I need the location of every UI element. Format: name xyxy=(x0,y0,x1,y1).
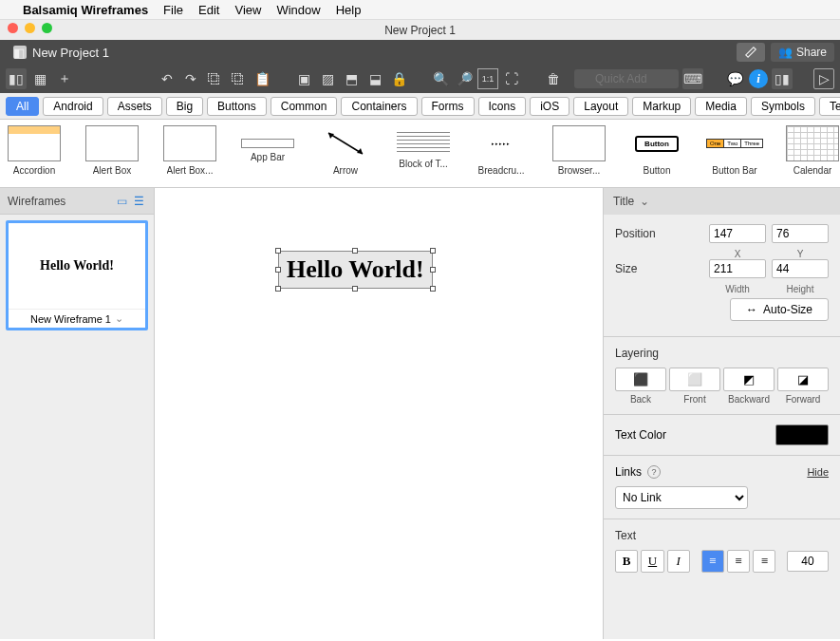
navigator-toggle-icon[interactable]: ▮▯ xyxy=(6,68,27,89)
undo-icon[interactable]: ↶ xyxy=(157,68,177,89)
category-android[interactable]: Android xyxy=(43,97,103,116)
lib-button-bar[interactable]: OneTwoThreeButton Bar xyxy=(708,125,761,181)
project-tab[interactable]: ◧ New Project 1 xyxy=(0,40,122,65)
canvas[interactable]: Hello World! xyxy=(155,188,603,639)
window-titlebar: New Project 1 xyxy=(0,19,840,40)
resize-handle-se[interactable] xyxy=(430,286,436,292)
underline-button[interactable]: U xyxy=(641,550,663,573)
close-window-icon[interactable] xyxy=(8,23,18,33)
position-x-input[interactable] xyxy=(709,224,766,243)
category-assets[interactable]: Assets xyxy=(107,97,162,116)
layer-front-button[interactable]: ⬜ xyxy=(669,368,720,391)
category-common[interactable]: Common xyxy=(271,97,338,116)
resize-handle-n[interactable] xyxy=(352,248,358,254)
align-center-button[interactable]: ≡ xyxy=(727,550,750,573)
layer-forward-button[interactable]: ◪ xyxy=(777,368,829,391)
bring-front-icon[interactable]: ⬒ xyxy=(341,68,362,89)
layer-back-button[interactable]: ⬛ xyxy=(615,368,666,391)
resize-handle-s[interactable] xyxy=(352,286,358,292)
lib-accordion[interactable]: Accordion xyxy=(8,125,61,181)
category-buttons[interactable]: Buttons xyxy=(207,97,267,116)
height-input[interactable] xyxy=(772,259,829,278)
category-layout[interactable]: Layout xyxy=(573,97,628,116)
menu-window[interactable]: Window xyxy=(276,3,320,17)
zoom-fit-icon[interactable]: ⛶ xyxy=(501,68,522,89)
appname[interactable]: Balsamiq Wireframes xyxy=(23,3,148,17)
lib-alert-box-2[interactable]: Alert Box... xyxy=(163,125,216,181)
textcolor-swatch[interactable] xyxy=(775,424,829,445)
layer-backward-button[interactable]: ◩ xyxy=(723,368,775,391)
zoom-in-icon[interactable]: 🔎 xyxy=(454,68,475,89)
width-input[interactable] xyxy=(709,259,766,278)
lib-button[interactable]: ButtonButton xyxy=(630,125,683,181)
lib-app-bar[interactable]: App Bar xyxy=(241,125,294,181)
category-markup[interactable]: Markup xyxy=(632,97,691,116)
group-icon[interactable]: ▣ xyxy=(293,68,314,89)
copy-icon[interactable]: ⿻ xyxy=(228,68,249,89)
ungroup-icon[interactable]: ▨ xyxy=(317,68,338,89)
navigator-list-icon[interactable]: ☰ xyxy=(131,194,146,209)
duplicate-icon[interactable]: ⿻ xyxy=(204,68,225,89)
resize-handle-e[interactable] xyxy=(430,267,436,273)
lib-arrow[interactable]: Arrow xyxy=(319,125,372,181)
zoom-window-icon[interactable] xyxy=(42,23,52,33)
menu-file[interactable]: File xyxy=(163,3,183,17)
menu-view[interactable]: View xyxy=(234,3,261,17)
resize-handle-nw[interactable] xyxy=(275,248,281,254)
edit-dropdown-button[interactable] xyxy=(737,43,765,62)
category-big[interactable]: Big xyxy=(166,97,203,116)
traffic-lights xyxy=(8,23,52,33)
link-select[interactable]: No Link xyxy=(615,486,748,509)
zoom-actual-icon[interactable]: 1:1 xyxy=(477,68,498,89)
menu-edit[interactable]: Edit xyxy=(198,3,219,17)
category-media[interactable]: Media xyxy=(695,97,747,116)
category-ios[interactable]: iOS xyxy=(530,97,569,116)
quick-add-input[interactable] xyxy=(574,69,679,88)
trash-icon[interactable]: 🗑 xyxy=(543,68,564,89)
category-icons[interactable]: Icons xyxy=(478,97,527,116)
minimize-window-icon[interactable] xyxy=(25,23,35,33)
italic-button[interactable]: I xyxy=(667,550,690,573)
keyboard-icon[interactable]: ⌨ xyxy=(682,68,703,89)
category-containers[interactable]: Containers xyxy=(341,97,417,116)
help-icon[interactable]: ? xyxy=(647,465,661,479)
category-forms[interactable]: Forms xyxy=(421,97,475,116)
present-icon[interactable]: ▷ xyxy=(813,68,834,89)
navigator-grid-icon[interactable]: ▭ xyxy=(114,194,129,209)
info-icon[interactable]: i xyxy=(749,69,768,88)
resize-handle-sw[interactable] xyxy=(275,286,281,292)
lib-calendar[interactable]: Calendar xyxy=(786,125,839,181)
lib-block-text[interactable]: Block of T... xyxy=(397,125,450,181)
add-wireframe-icon[interactable]: ＋ xyxy=(54,68,75,89)
chevron-down-icon[interactable]: ⌄ xyxy=(640,195,649,208)
share-button[interactable]: 👥Share xyxy=(771,43,834,62)
align-right-button[interactable]: ≡ xyxy=(753,550,775,573)
chevron-down-icon[interactable]: ⌄ xyxy=(115,312,123,325)
category-symbols[interactable]: Symbols xyxy=(751,97,815,116)
fontsize-input[interactable] xyxy=(787,551,829,572)
align-left-button[interactable]: ≡ xyxy=(701,550,724,573)
wireframe-thumbnail[interactable]: Hello World! New Wireframe 1 ⌄ xyxy=(6,220,148,330)
inspector-toggle-icon[interactable]: ▯▮ xyxy=(772,68,793,89)
zoom-out-icon[interactable]: 🔍 xyxy=(430,68,451,89)
quick-add-search[interactable] xyxy=(574,69,679,88)
paste-icon[interactable]: 📋 xyxy=(252,68,272,89)
autosize-button[interactable]: ↔Auto-Size xyxy=(730,298,829,321)
category-text[interactable]: Text xyxy=(819,97,840,116)
resize-handle-w[interactable] xyxy=(275,267,281,273)
title-control-selected[interactable]: Hello World! xyxy=(278,251,433,289)
lib-browser[interactable]: Browser... xyxy=(552,125,606,181)
comments-icon[interactable]: 💬 xyxy=(724,68,745,89)
resize-handle-ne[interactable] xyxy=(430,248,436,254)
lock-icon[interactable]: 🔒 xyxy=(388,68,409,89)
lib-alert-box[interactable]: Alert Box xyxy=(85,125,139,181)
redo-icon[interactable]: ↷ xyxy=(180,68,201,89)
send-back-icon[interactable]: ⬓ xyxy=(364,68,385,89)
menu-help[interactable]: Help xyxy=(336,3,362,17)
hide-link[interactable]: Hide xyxy=(807,466,829,478)
category-all[interactable]: All xyxy=(6,97,39,116)
lib-breadcrumbs[interactable]: ▸▸▸▸▸Breadcru... xyxy=(475,125,528,181)
bold-button[interactable]: B xyxy=(615,550,638,573)
thumbnail-grid-icon[interactable]: ▦ xyxy=(29,68,50,89)
position-y-input[interactable] xyxy=(772,224,829,243)
